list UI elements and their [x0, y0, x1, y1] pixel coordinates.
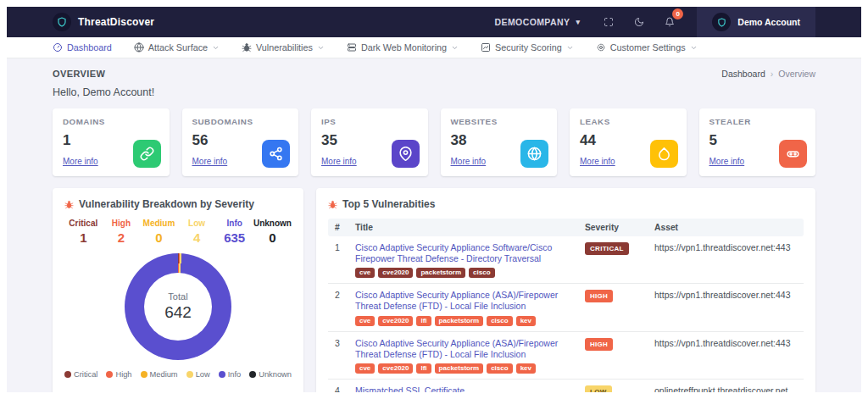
gauge-icon — [53, 42, 63, 53]
nav-label: Security Scoring — [495, 42, 562, 53]
table-row: 2 Cisco Adaptive Security Appliance (ASA… — [328, 284, 804, 331]
severity-badge: HIGH — [585, 338, 613, 351]
topbar-right: DEMOCOMPANY ▾ 0 Demo Account — [495, 7, 861, 37]
nav-item-dark-web-monitoring[interactable]: Dark Web Monitoring — [347, 42, 459, 53]
brand-name: ThreatDiscover — [78, 16, 154, 28]
vuln-card-header: Top 5 Vulnerabities — [328, 198, 804, 210]
legend-dot — [141, 371, 147, 378]
asset-text: https://vpn1.threatdiscover.net:443 — [654, 338, 797, 348]
asset-text: onlinetreffpunkt.threatdiscover.net — [654, 385, 797, 392]
table-header: # Title Severity Asset — [328, 219, 804, 236]
more-info-link[interactable]: More info — [321, 157, 357, 166]
globe-icon — [134, 42, 144, 53]
more-info-link[interactable]: More info — [192, 157, 228, 166]
legend-dot — [219, 371, 225, 378]
vulnerability-link[interactable]: Mismatched SSL Certificate — [355, 385, 576, 392]
nav-label: Customer Settings — [610, 42, 686, 53]
severity-unknown: Unknown 0 — [253, 219, 292, 245]
dark-mode-button[interactable] — [627, 10, 651, 34]
chevron-down-icon — [690, 44, 698, 52]
donut-total-value: 642 — [164, 303, 192, 322]
stat-label: SUBDOMAINS — [192, 117, 289, 126]
notifications-button[interactable]: 0 — [658, 10, 682, 34]
severity-breakdown-card: Vulnerability Breakdown by Severity Crit… — [53, 188, 303, 392]
more-info-link[interactable]: More info — [709, 157, 745, 166]
severity-donut: Total 642 — [125, 253, 231, 360]
legend-low[interactable]: Low — [186, 370, 210, 379]
page-title: OVERVIEW — [53, 69, 105, 79]
tag-badge: cve — [355, 316, 375, 326]
nav-item-attack-surface[interactable]: Attack Surface — [134, 42, 220, 53]
company-dropdown[interactable]: DEMOCOMPANY ▾ — [495, 17, 581, 27]
row-number: 2 — [335, 290, 355, 300]
table-row: 4 Mismatched SSL Certificate ssl LOW onl… — [328, 380, 804, 392]
legend-high[interactable]: High — [106, 370, 131, 379]
nav-item-vulnerabilities[interactable]: Vulnerabilities — [242, 42, 325, 53]
user-menu[interactable]: Demo Account — [697, 7, 815, 37]
donut-legend: Critical High Medium Low Info Unknown — [64, 370, 292, 379]
severity-card-header: Vulnerability Breakdown by Severity — [64, 198, 292, 210]
user-name: Demo Account — [737, 17, 800, 27]
severity-badge: CRITICAL — [585, 242, 629, 255]
more-info-link[interactable]: More info — [580, 157, 615, 166]
legend-medium[interactable]: Medium — [141, 370, 178, 379]
chevron-down-icon — [317, 44, 325, 52]
company-name: DEMOCOMPANY — [495, 17, 570, 27]
donut-center: Total 642 — [125, 253, 231, 360]
row-number: 4 — [335, 385, 355, 392]
tag-badge: cve — [355, 363, 375, 374]
legend-info[interactable]: Info — [219, 370, 242, 379]
col-header-severity: Severity — [585, 223, 654, 232]
bug-icon — [64, 200, 74, 209]
legend-critical[interactable]: Critical — [64, 370, 97, 379]
nav-item-security-scoring[interactable]: Security Scoring — [481, 42, 574, 53]
nav-item-customer-settings[interactable]: Customer Settings — [596, 42, 698, 53]
more-info-link[interactable]: More info — [63, 157, 98, 166]
globe-icon — [520, 140, 548, 168]
shield-icon — [53, 13, 71, 31]
tag-badge: lfi — [416, 363, 431, 374]
legend-dot — [64, 371, 71, 378]
breadcrumb-current: Overview — [778, 69, 815, 79]
fullscreen-button[interactable] — [597, 10, 620, 34]
nav-label: Dashboard — [67, 42, 112, 53]
stat-card-websites: WEBSITES 38 More info — [441, 108, 558, 176]
donut-chart-wrap: Total 642 — [64, 253, 292, 360]
tag-badge: packetstorm — [416, 268, 465, 278]
vulnerability-link[interactable]: Cisco Adaptive Security Appliance (ASA)/… — [355, 338, 576, 360]
legend-unknown[interactable]: Unknown — [249, 370, 292, 379]
more-info-link[interactable]: More info — [451, 157, 487, 166]
link-icon — [133, 140, 161, 168]
severity-info: Info 635 — [215, 219, 253, 245]
brand-logo[interactable]: ThreatDiscover — [53, 13, 154, 31]
breadcrumb: Dashboard › Overview — [721, 69, 815, 79]
server-icon — [347, 42, 357, 53]
severity-badge: LOW — [585, 385, 612, 392]
chevron-down-icon — [212, 44, 220, 52]
tag-badge: kev — [516, 363, 536, 374]
tag-list: cve cve2020 lfi packetstorm cisco kev — [355, 363, 576, 374]
avatar — [712, 13, 731, 31]
map-pin-icon — [392, 140, 420, 168]
severity-summary: Critical 1 High 2 Medium 0 Low 4 — [64, 219, 292, 245]
tag-badge: cve2020 — [378, 268, 413, 278]
tag-badge: lfi — [416, 316, 431, 326]
droplet-icon — [650, 140, 678, 168]
nav-item-dashboard[interactable]: Dashboard — [53, 42, 112, 53]
stat-card-leaks: LEAKS 44 More info — [570, 108, 687, 176]
vulnerability-link[interactable]: Cisco Adaptive Security Appliance (ASA)/… — [355, 290, 576, 312]
tag-list: cve cve2020 packetstorm cisco — [355, 268, 576, 278]
nav-label: Dark Web Monitoring — [361, 42, 447, 53]
tag-badge: kev — [516, 316, 536, 326]
breadcrumb-dashboard[interactable]: Dashboard — [721, 69, 765, 79]
vulnerability-link[interactable]: Cisco Adaptive Security Appliance Softwa… — [355, 242, 576, 264]
chart-icon — [481, 42, 491, 53]
page-header: OVERVIEW Dashboard › Overview — [53, 69, 815, 79]
severity-low: Low 4 — [178, 219, 216, 245]
stat-label: DOMAINS — [63, 117, 159, 126]
legend-dot — [249, 371, 256, 378]
tag-badge: packetstorm — [435, 316, 484, 326]
chevron-down-icon — [566, 44, 574, 52]
chevron-down-icon — [451, 44, 459, 52]
stat-label: LEAKS — [580, 117, 676, 126]
